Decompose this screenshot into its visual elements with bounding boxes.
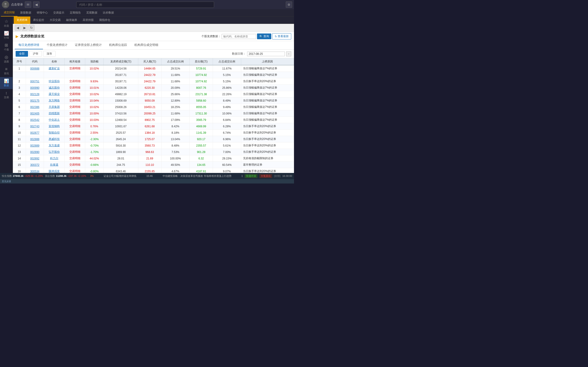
cell-code[interactable] — [26, 72, 44, 78]
cell-code[interactable]: 002888 — [26, 136, 44, 142]
cell-code[interactable]: 002128 — [26, 91, 44, 98]
sidebar-item-zixun[interactable]: ≡ 资讯 — [0, 65, 13, 77]
cell-name[interactable]: 富煌钢构 — [44, 123, 65, 130]
stock-search-input[interactable] — [222, 34, 256, 39]
cell-name[interactable]: 锌业股份 — [44, 78, 65, 85]
nav-gaoguan[interactable]: 高管持股 — [80, 17, 96, 24]
cell-name[interactable]: 东方嘉盛 — [44, 142, 65, 149]
nav-dazong-jiaoyi[interactable]: 大宗交易 — [47, 17, 63, 24]
nav-bijia-shuju[interactable]: 比价数据 — [100, 9, 117, 17]
back-button[interactable]: ◀ — [33, 1, 40, 8]
cell-link[interactable]: 交易明细 — [65, 91, 85, 98]
cell-code[interactable]: 300372 — [26, 162, 44, 168]
cell-code[interactable]: 002386 — [26, 104, 44, 110]
cell-link[interactable]: 交易明细 — [65, 149, 85, 155]
forward-nav-button[interactable]: ▶ — [22, 25, 27, 31]
sidebar-item-hangqing[interactable]: 📈 行情 — [0, 29, 13, 41]
cell-reason: 当日换手率达到20%的证券 — [241, 123, 294, 130]
cell-link[interactable]: 交易明细 — [65, 130, 85, 136]
message-button[interactable]: ✉ — [25, 1, 31, 8]
feedback-label[interactable]: 意见反馈 — [2, 180, 11, 183]
sub-tab-daily[interactable]: 每日龙虎榜详情 — [15, 41, 43, 49]
cell-code[interactable]: 002175 — [26, 98, 44, 104]
cell-code[interactable]: 002889 — [26, 142, 44, 149]
refresh-latest-button[interactable]: ↻ 查看最新 — [272, 33, 291, 40]
back-nav-button[interactable]: ◀ — [15, 25, 21, 31]
cell-name[interactable]: 建新矿业 — [44, 65, 65, 72]
cell-code[interactable]: 000688 — [26, 65, 44, 72]
nav-xiweijiankong[interactable]: 席位监控 — [30, 17, 47, 24]
refresh-nav-button[interactable]: ↻ — [28, 25, 35, 31]
cell-link[interactable]: 交易明细 — [65, 78, 85, 85]
cell-link[interactable]: 交易明细 — [65, 162, 85, 168]
nav-yanbao-zhongxin[interactable]: 研报中心 — [34, 9, 51, 17]
cell-code[interactable]: 002877 — [26, 130, 44, 136]
cell-name[interactable]: 欣泰退 — [44, 162, 65, 168]
cell-link[interactable]: 交易明细 — [65, 85, 85, 91]
sub-tab-stock-stats[interactable]: 个股龙虎榜统计 — [43, 41, 71, 49]
sub-tab-institution-detail[interactable]: 机构席位成交明细 — [131, 41, 162, 49]
cell-link[interactable]: 交易明细 — [65, 142, 85, 149]
cell-name[interactable]: 惠威科技 — [44, 136, 65, 142]
cell-code[interactable]: 002743 — [26, 123, 44, 130]
nav-xingu-shuju[interactable]: 新股数据 — [17, 9, 34, 17]
cell-name[interactable]: 诚志股份 — [44, 85, 65, 91]
cell-link[interactable]: 交易明细 — [65, 136, 85, 142]
login-button[interactable]: 点击登录 — [11, 2, 23, 7]
search-stock-button[interactable]: 🔍 查询 — [257, 33, 271, 39]
nav-qizhi[interactable]: 期指持仓 — [96, 17, 113, 24]
cell-name[interactable]: 中化岩土 — [44, 117, 65, 123]
search-input[interactable] — [76, 2, 214, 8]
nav-rongrong[interactable]: 融资融券 — [63, 17, 80, 24]
cell-name[interactable] — [44, 72, 65, 78]
hsi-ticker: 恒生指数 27848.16 +329.56 +1.20% — [2, 174, 43, 178]
cell-code[interactable]: 002890 — [26, 149, 44, 155]
cell-code[interactable]: 000751 — [26, 78, 44, 85]
filter-shanghai[interactable]: 沪市 — [29, 51, 42, 57]
sidebar-item-shuju[interactable]: 📊 数据 — [0, 77, 13, 89]
cell-link[interactable]: 交易明细 — [65, 65, 85, 72]
date-input[interactable] — [247, 52, 285, 56]
cell-name[interactable]: 四维图新 — [44, 110, 65, 117]
cell-code[interactable]: 000990 — [26, 85, 44, 91]
nav-hongguan-shuju[interactable]: 宏观数据 — [84, 9, 100, 17]
avatar[interactable] — [2, 1, 9, 8]
cell-link[interactable]: 交易明细 — [65, 168, 85, 173]
sidebar-item-jiaoyia[interactable]: ↕ 交易 — [0, 89, 13, 101]
sub-tab-broker-stats[interactable]: 证券营业部上榜统计 — [71, 41, 105, 49]
cell-name[interactable]: 科力尔 — [44, 155, 65, 162]
cell-name[interactable]: 陇神戎发 — [44, 168, 65, 173]
cell-code[interactable]: 300534 — [26, 168, 44, 173]
cell-link[interactable]: 交易明细 — [65, 110, 85, 117]
cell-link[interactable]: 交易明细 — [65, 155, 85, 162]
cell-code[interactable]: 002405 — [26, 110, 44, 117]
cell-link[interactable]: 交易明细 — [65, 104, 85, 110]
sidebar-item-xuangu[interactable]: ◎ 选股 — [0, 53, 13, 65]
cell-code[interactable]: 002542 — [26, 117, 44, 123]
table-row: 10 002877 智能自控 交易明细 2.55% 2525.57 1384.1… — [13, 130, 294, 136]
table-row: 35197.71 24422.79 11.68% 10774.92 5.15% … — [13, 72, 294, 78]
date-picker-button[interactable]: ▼ — [286, 51, 291, 56]
cell-name[interactable]: 露天煤业 — [44, 91, 65, 98]
cell-link[interactable]: 交易明细 — [65, 98, 85, 104]
nav-chengjiao-huibao[interactable]: 成交回报 — [1, 9, 17, 17]
cell-name[interactable]: 东方网络 — [44, 98, 65, 104]
sidebar-item-zixuan[interactable]: ☆ 自选 — [0, 17, 13, 29]
cell-name[interactable]: 弘宇股份 — [44, 149, 65, 155]
settings-button[interactable]: ⚙ — [286, 1, 292, 8]
cell-name[interactable]: 智能自控 — [44, 130, 65, 136]
cell-name[interactable]: 天原集团 — [44, 104, 65, 110]
cell-buy: 9050.09 — [138, 98, 161, 104]
nav-jiaoyishi[interactable]: 交易提示 — [51, 9, 67, 17]
cell-link[interactable]: 交易明细 — [65, 117, 85, 123]
cell-link[interactable] — [65, 72, 85, 78]
filter-shenzhen[interactable]: 深市 — [43, 51, 56, 57]
cell-code[interactable]: 002892 — [26, 155, 44, 162]
nav-dingqi-baogao[interactable]: 定期报告 — [67, 9, 84, 17]
cell-link[interactable]: 交易明细 — [65, 123, 85, 130]
sidebar-item-gegu[interactable]: ⊞ 个股 — [0, 41, 13, 53]
filter-all[interactable]: 全部 — [16, 51, 28, 57]
sub-tab-institution-track[interactable]: 机构席位追踪 — [105, 41, 131, 49]
nav-longhubang[interactable]: 龙虎榜单 — [14, 17, 30, 24]
table-row: 6 002386 天原集团 交易明细 10.02% 25008.26 16453… — [13, 104, 294, 110]
